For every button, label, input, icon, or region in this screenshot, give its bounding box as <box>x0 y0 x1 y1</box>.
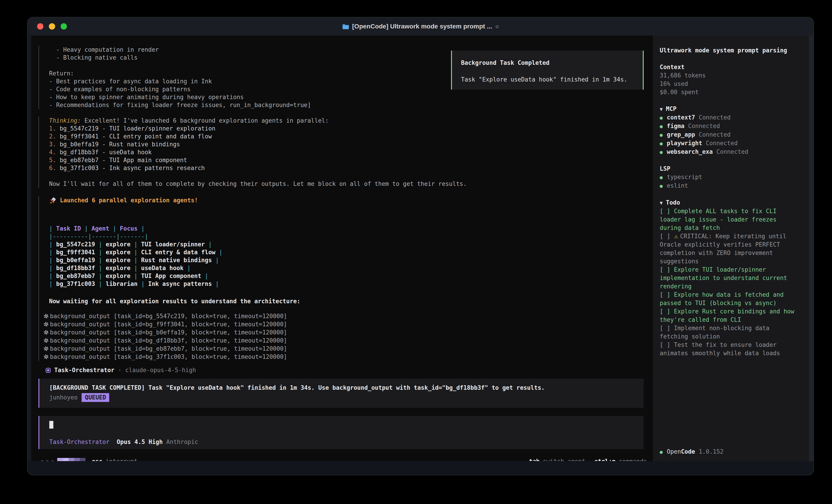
mcp-item: ● context7 Connected <box>660 113 809 122</box>
mcp-list: ● context7 Connected ● figma Connected ● <box>660 113 809 156</box>
table-body: | bg_5547c219 | explore | TUI loader/spi… <box>49 241 653 288</box>
todo-text: Explore TUI loader/spinner implementatio… <box>660 266 787 290</box>
brand-name: Open <box>667 448 681 456</box>
ctrlp-key-hint: ctrl+p <box>594 457 616 461</box>
session-title: Ultrawork mode system prompt parsing <box>660 46 809 55</box>
context-stat-line: $0.00 spent <box>660 88 809 96</box>
gear-icon <box>43 338 49 343</box>
agent-list-item: 4. bg_df18bb3f - useData hook <box>49 148 653 156</box>
agent-list-item: 6. bg_37f1c003 - Ink async patterns rese… <box>49 164 653 172</box>
mcp-item: ● playwright Connected <box>660 139 809 148</box>
status-dot-icon: ● <box>660 148 662 156</box>
notification-body: Task "Explore useData hook" finished in … <box>461 76 643 84</box>
notification-title: Background Task Completed <box>461 59 643 67</box>
input-agent-name: Task-Orchestrator <box>49 438 109 446</box>
task-table: | Task ID | Agent | Focus | |----------|… <box>49 225 653 288</box>
scrollbar-track[interactable] <box>809 35 813 461</box>
esc-key-label: interrupt <box>106 457 137 461</box>
todo-checkbox: [ ] <box>660 341 674 348</box>
table-separator-row: |----------|-------|-------| <box>49 232 653 241</box>
context-heading: Context <box>660 63 809 72</box>
agent-list-item: 2. bg_f9ff3041 - CLI entry point and dat… <box>49 133 653 140</box>
context-section: Context 31,686 tokens16% used$0.00 spent <box>660 63 809 96</box>
context-stat-line: 16% used <box>660 80 809 88</box>
spinner-gradient-bar <box>57 458 85 461</box>
todo-item: [ ] Complete ALL tasks to fix CLI loader… <box>660 207 796 232</box>
todo-text: CRITICAL: Keep iterating until Oracle ex… <box>660 233 786 264</box>
todo-checkbox: [ ] <box>660 308 674 315</box>
chat-area: - Heavy computation in render - Blocking… <box>31 35 653 461</box>
context-stat-line: 31,686 tokens <box>660 72 809 80</box>
tool-call-line: background_output [task_id=bg_f9ff3041, … <box>43 320 653 328</box>
thinking-block: Thinking: Excellent! I've launched 6 bac… <box>38 117 653 188</box>
completed-message: [BACKGROUND TASK COMPLETED] Task "Explor… <box>49 384 644 392</box>
tool-call-line: background_output [task_id=bg_eb87ebb7, … <box>43 344 653 353</box>
sidebar-footer: ● OpenCode 1.0.152 <box>660 448 724 456</box>
agent-name: Task-Orchestrator <box>54 366 114 374</box>
background-task-notification[interactable]: Background Task Completed Task "Explore … <box>451 51 644 90</box>
queued-badge: QUEUED <box>82 393 109 402</box>
username: junhoyeo <box>49 393 78 402</box>
gear-icon <box>43 321 49 327</box>
todo-text: Test the fix to ensure loader animates s… <box>660 341 780 357</box>
thinking-label: Thinking: <box>49 117 81 124</box>
prompt-input[interactable]: Task-Orchestrator Opus 4.5 High Anthropi… <box>38 416 644 449</box>
status-dot-icon: ● <box>660 173 662 181</box>
status-dot-icon: ● <box>660 139 662 148</box>
rocket-icon <box>49 197 57 204</box>
proxy-circle-icon: ○ <box>495 23 499 30</box>
blank-line <box>49 305 653 312</box>
lsp-section: LSP ● typescript ● eslint <box>660 165 809 190</box>
todo-checkbox: [ ] <box>660 208 674 215</box>
assistant-response-block: Launched 6 parallel exploration agents! … <box>38 196 653 361</box>
gear-icon <box>43 313 49 319</box>
todo-text: Explore how data is fetched and passed t… <box>660 291 784 306</box>
todo-list: [ ] Complete ALL tasks to fix CLI loader… <box>660 207 796 358</box>
todo-section: ▼Todo [ ] Complete ALL tasks to fix CLI … <box>660 198 809 358</box>
text-cursor <box>49 421 53 428</box>
launch-line: Launched 6 parallel exploration agents! <box>49 196 653 204</box>
mcp-heading[interactable]: ▼MCP <box>660 105 809 113</box>
mcp-item: ● figma Connected <box>660 122 809 131</box>
collapse-triangle-icon: ▼ <box>660 106 662 112</box>
terminal-window: [OpenCode] Ultrawork mode system prompt … <box>27 17 814 475</box>
table-row: | bg_df18bb3f | explore | useData hook | <box>49 264 653 272</box>
input-model-name: Opus 4.5 High <box>116 438 163 446</box>
spinner-dots <box>41 460 54 461</box>
todo-item: [ ] ⚠CRITICAL: Keep iterating until Orac… <box>660 232 796 265</box>
status-dot-icon: ● <box>660 182 662 190</box>
title-bar[interactable]: [OpenCode] Ultrawork mode system prompt … <box>28 18 813 35</box>
context-stats: 31,686 tokens16% used$0.00 spent <box>660 72 809 96</box>
todo-text: Complete ALL tasks to fix CLI loader lag… <box>660 208 777 231</box>
table-header-row: | Task ID | Agent | Focus | <box>49 225 653 232</box>
background-task-completed-box: [BACKGROUND TASK COMPLETED] Task "Explor… <box>38 379 644 408</box>
status-dot-icon: ● <box>660 114 662 122</box>
tool-call-list: background_output [task_id=bg_5547c219, … <box>49 312 653 361</box>
todo-text: Explore Rust core bindings and how they'… <box>660 308 794 323</box>
thinking-outro: Now I'll wait for all of them to complet… <box>49 180 653 188</box>
todo-item: [ ] Explore Rust core bindings and how t… <box>660 307 796 324</box>
todo-item: [ ] Implement non-blocking data fetching… <box>660 324 796 341</box>
gear-icon <box>43 346 49 352</box>
zoom-window-button[interactable] <box>60 23 67 30</box>
launch-text: Launched 6 parallel exploration agents! <box>60 196 198 204</box>
thinking-intro: Thinking: Excellent! I've launched 6 bac… <box>49 117 653 124</box>
warning-icon: ⚠ <box>674 233 678 240</box>
minimize-window-button[interactable] <box>49 23 55 30</box>
table-row: | bg_b0effa19 | explore | Rust native bi… <box>49 256 653 264</box>
tool-call-line: background_output [task_id=bg_37f1c003, … <box>43 353 653 361</box>
folder-icon <box>342 24 349 29</box>
mcp-item: ● websearch_exa Connected <box>660 148 809 156</box>
todo-heading[interactable]: ▼Todo <box>660 198 809 207</box>
agent-attribution: Task-Orchestrator · claude-opus-4-5-high <box>46 366 653 374</box>
blank-line <box>49 288 653 298</box>
collapse-triangle-icon: ▼ <box>660 200 662 206</box>
window-bottom-chrome <box>28 461 813 475</box>
input-provider-name: Anthropic <box>166 438 198 446</box>
todo-item: [ ] Explore how data is fetched and pass… <box>660 290 796 307</box>
gear-icon <box>43 354 49 360</box>
window-controls <box>37 23 67 30</box>
todo-item: [ ] Test the fix to ensure loader animat… <box>660 341 796 358</box>
close-window-button[interactable] <box>37 23 44 30</box>
thinking-agent-list: 1. bg_5547c219 - TUI loader/spinner expl… <box>49 124 653 172</box>
